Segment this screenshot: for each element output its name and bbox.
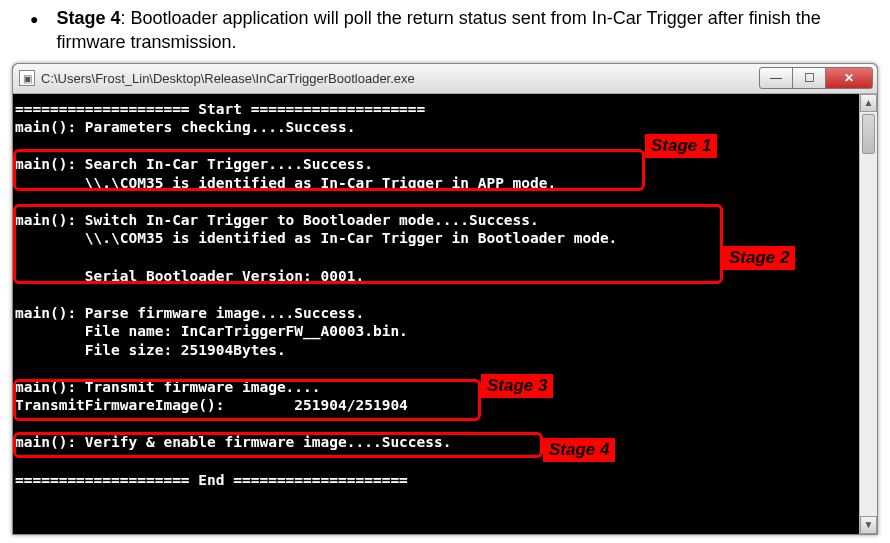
bullet-dot: ●	[30, 6, 38, 55]
console-line: TransmitFirmwareImage(): 251904/251904	[15, 397, 408, 413]
console-line: main(): Switch In-Car Trigger to Bootloa…	[15, 212, 539, 228]
instruction-bullet: ● Stage 4: Bootloader application will p…	[0, 0, 890, 59]
console-line: ==================== End ===============…	[15, 472, 408, 488]
titlebar: ▣ C:\Users\Frost_Lin\Desktop\Release\InC…	[13, 64, 877, 94]
console-line: Serial Bootloader Version: 0001.	[15, 268, 364, 284]
minimize-button[interactable]: —	[759, 67, 793, 89]
window-controls: — ☐ ✕	[760, 67, 873, 89]
app-icon: ▣	[19, 70, 35, 86]
console-line: ==================== Start =============…	[15, 101, 425, 117]
console-line: \\.\COM35 is identified as In-Car Trigge…	[15, 175, 556, 191]
scroll-thumb[interactable]	[862, 114, 875, 154]
console-wrap: ==================== Start =============…	[13, 94, 877, 534]
console-line: File size: 251904Bytes.	[15, 342, 286, 358]
console-line: main(): Search In-Car Trigger....Success…	[15, 156, 373, 172]
stage4-desc: : Bootloader application will poll the r…	[56, 8, 820, 52]
scrollbar[interactable]: ▲ ▼	[859, 94, 877, 534]
maximize-button[interactable]: ☐	[792, 67, 826, 89]
console-line: main(): Parameters checking....Success.	[15, 119, 355, 135]
scroll-down-button[interactable]: ▼	[860, 516, 877, 534]
console-line: \\.\COM35 is identified as In-Car Trigge…	[15, 230, 617, 246]
window-title: C:\Users\Frost_Lin\Desktop\Release\InCar…	[41, 71, 760, 86]
console-output: ==================== Start =============…	[13, 94, 877, 534]
stage4-label: Stage 4	[56, 8, 120, 28]
bullet-text: Stage 4: Bootloader application will pol…	[56, 6, 870, 55]
console-line: main(): Parse firmware image....Success.	[15, 305, 364, 321]
console-line: main(): Verify & enable firmware image..…	[15, 434, 452, 450]
scroll-up-button[interactable]: ▲	[860, 94, 877, 112]
close-button[interactable]: ✕	[825, 67, 873, 89]
console-line: main(): Transmit firmware image....	[15, 379, 321, 395]
console-line: File name: InCarTriggerFW__A0003.bin.	[15, 323, 408, 339]
cmd-window: ▣ C:\Users\Frost_Lin\Desktop\Release\InC…	[12, 63, 878, 535]
